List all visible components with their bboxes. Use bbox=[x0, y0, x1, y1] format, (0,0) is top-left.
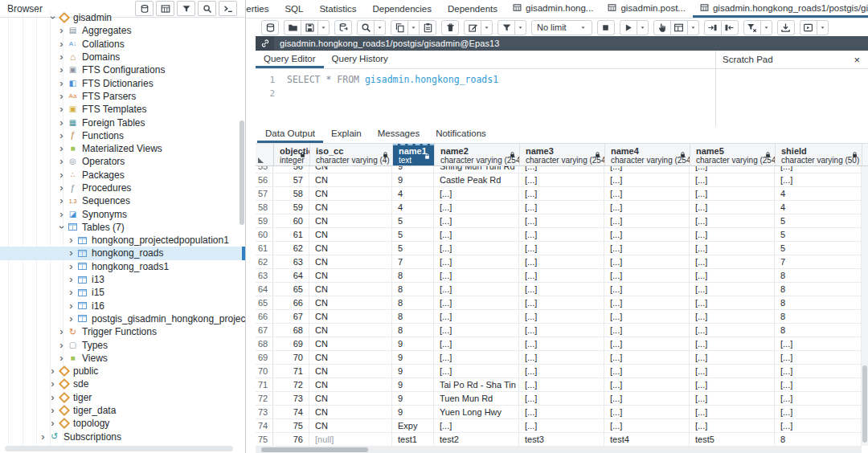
data-cell[interactable]: 9 bbox=[392, 406, 434, 418]
close-icon[interactable]: × bbox=[854, 55, 860, 65]
data-cell[interactable]: 73 bbox=[273, 392, 309, 405]
data-cell[interactable]: [...] bbox=[519, 378, 604, 391]
data-cell[interactable]: Shing Mun Tunl Rd bbox=[434, 166, 519, 173]
row-number-cell[interactable]: 58 bbox=[256, 201, 273, 214]
data-cell[interactable]: [...] bbox=[690, 310, 775, 323]
row-number-cell[interactable]: 55 bbox=[256, 166, 273, 173]
data-cell[interactable]: [...] bbox=[690, 406, 775, 418]
chevron-right-icon[interactable]: › bbox=[57, 184, 66, 192]
data-cell[interactable]: [...] bbox=[519, 242, 604, 255]
data-cell[interactable]: 5 bbox=[392, 228, 434, 241]
data-cell[interactable]: 5 bbox=[775, 242, 862, 255]
query-tool-tab[interactable]: gisadmin.hong... bbox=[506, 0, 600, 18]
data-cell[interactable]: [...] bbox=[775, 419, 862, 432]
data-cell[interactable]: test4 bbox=[604, 433, 690, 446]
column-header-name4[interactable]: name4character varying (254) bbox=[605, 144, 690, 165]
data-cell[interactable]: [...] bbox=[604, 187, 690, 200]
copy-button[interactable] bbox=[391, 20, 408, 35]
data-cell[interactable]: 69 bbox=[273, 337, 309, 350]
data-cell[interactable]: [...] bbox=[434, 324, 519, 337]
tab-dependents[interactable]: Dependents bbox=[440, 0, 506, 18]
data-cell[interactable]: [...] bbox=[690, 283, 775, 296]
execute-button[interactable] bbox=[620, 20, 637, 35]
data-cell[interactable]: [...] bbox=[434, 337, 519, 350]
chevron-right-icon[interactable]: › bbox=[57, 66, 66, 74]
execute-button-menu[interactable] bbox=[637, 20, 649, 35]
data-cell[interactable]: Castle Peak Rd bbox=[434, 173, 519, 186]
data-cell[interactable]: CN bbox=[309, 187, 392, 200]
data-cell[interactable]: 8 bbox=[775, 324, 862, 337]
data-cell[interactable]: [...] bbox=[775, 365, 862, 378]
data-cell[interactable]: [...] bbox=[434, 214, 519, 227]
tree-item-packages[interactable]: ›∴Packages bbox=[0, 169, 245, 182]
data-cell[interactable]: [...] bbox=[690, 255, 775, 268]
data-cell[interactable]: [...] bbox=[434, 269, 519, 282]
edit-button[interactable] bbox=[464, 20, 481, 35]
data-cell[interactable]: 8 bbox=[775, 296, 862, 309]
data-cell[interactable]: 70 bbox=[273, 351, 309, 364]
chevron-right-icon[interactable]: › bbox=[67, 275, 76, 284]
data-cell[interactable]: [...] bbox=[690, 419, 775, 432]
macro-button[interactable] bbox=[800, 20, 817, 35]
data-cell[interactable]: [...] bbox=[519, 296, 604, 309]
tree-item-subscriptions[interactable]: ›↺Subscriptions bbox=[0, 431, 245, 443]
data-cell[interactable]: [...] bbox=[519, 392, 604, 405]
data-cell[interactable]: [...] bbox=[434, 365, 519, 378]
data-cell[interactable]: [...] bbox=[434, 201, 519, 214]
clear-query-button-menu[interactable] bbox=[760, 20, 772, 35]
data-cell[interactable]: [...] bbox=[519, 419, 604, 432]
data-cell[interactable]: 4 bbox=[392, 187, 434, 200]
data-cell[interactable]: CN bbox=[309, 269, 392, 282]
chevron-right-icon[interactable]: › bbox=[48, 394, 57, 402]
data-cell[interactable]: CN bbox=[309, 378, 392, 391]
rollback-button[interactable] bbox=[721, 20, 739, 35]
data-cell[interactable]: [...] bbox=[519, 228, 604, 241]
data-cell[interactable]: [...] bbox=[604, 337, 690, 350]
data-cell[interactable]: CN bbox=[309, 283, 392, 296]
cancel-query-button[interactable] bbox=[597, 20, 615, 35]
data-cell[interactable]: 57 bbox=[273, 173, 309, 186]
data-cell[interactable]: [...] bbox=[604, 242, 690, 255]
data-cell[interactable]: 74 bbox=[273, 406, 309, 418]
data-cell[interactable]: [...] bbox=[690, 392, 775, 405]
data-cell[interactable]: 5 bbox=[392, 214, 434, 227]
tree-item-i13[interactable]: ›i13 bbox=[0, 273, 245, 286]
chevron-right-icon[interactable]: › bbox=[57, 27, 66, 35]
data-cell[interactable]: [...] bbox=[690, 337, 775, 350]
data-cell[interactable]: CN bbox=[309, 242, 392, 255]
row-number-cell[interactable]: 64 bbox=[256, 283, 273, 296]
tree-item-views[interactable]: ›■Views bbox=[0, 352, 245, 365]
chevron-right-icon[interactable]: › bbox=[67, 236, 76, 244]
macro-button-menu[interactable] bbox=[817, 20, 829, 35]
data-cell[interactable]: 60 bbox=[273, 214, 309, 227]
data-cell[interactable]: [...] bbox=[519, 255, 604, 268]
chevron-right-icon[interactable]: › bbox=[57, 80, 66, 88]
grid-vertical-scrollbar[interactable] bbox=[862, 166, 868, 446]
tree-item-synonyms[interactable]: ›◪Synonyms bbox=[0, 207, 245, 220]
tree-item-topology[interactable]: ›topology bbox=[0, 417, 245, 430]
chevron-down-icon[interactable]: › bbox=[58, 222, 66, 231]
row-number-cell[interactable]: 68 bbox=[256, 337, 273, 350]
data-cell[interactable]: 8 bbox=[392, 324, 434, 337]
tree-item-sequences[interactable]: ›1.3Sequences bbox=[0, 194, 245, 207]
data-cell[interactable]: [...] bbox=[775, 173, 862, 186]
data-cell[interactable]: [...] bbox=[604, 351, 690, 364]
tree-item-aggregates[interactable]: ›▤Aggregates bbox=[0, 24, 245, 37]
tree-item-foreign-tables[interactable]: ›▦Foreign Tables bbox=[0, 116, 245, 129]
chevron-right-icon[interactable]: › bbox=[67, 288, 76, 296]
row-number-cell[interactable]: 66 bbox=[256, 310, 273, 323]
data-cell[interactable]: 8 bbox=[775, 433, 862, 446]
column-header-name2[interactable]: name2character varying (254) bbox=[435, 144, 520, 165]
filter-button[interactable] bbox=[497, 20, 515, 35]
data-cell[interactable]: [...] bbox=[434, 296, 519, 309]
data-cell[interactable]: test2 bbox=[434, 433, 519, 446]
chevron-right-icon[interactable]: › bbox=[48, 367, 57, 375]
data-cell[interactable]: CN bbox=[309, 310, 392, 323]
data-cell[interactable]: CN bbox=[309, 365, 392, 378]
tree-item-postgis-gisadmin-hongkong-projectedpopulation1[interactable]: ›postgis_gisadmin_hongkong_projectedpopu… bbox=[0, 312, 245, 325]
row-number-cell[interactable]: 56 bbox=[256, 173, 273, 186]
chevron-right-icon[interactable]: › bbox=[67, 302, 76, 310]
row-limit-select[interactable]: No limit bbox=[531, 20, 592, 35]
row-number-cell[interactable]: 59 bbox=[256, 214, 273, 227]
data-cell[interactable]: 61 bbox=[273, 228, 309, 241]
